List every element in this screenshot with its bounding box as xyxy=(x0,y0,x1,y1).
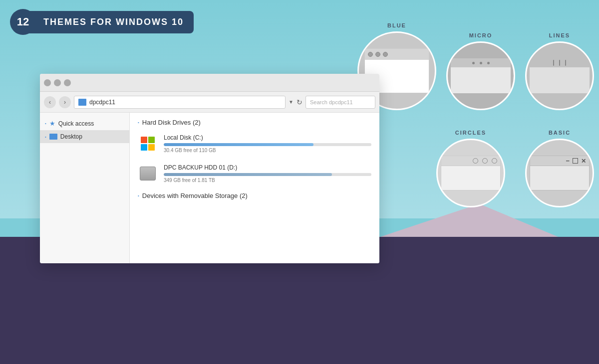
logo-number: 12 xyxy=(10,9,36,35)
drive-d-free: 349 GB free of 1.81 TB xyxy=(164,178,371,183)
removable-section-header: • Devices with Removable Storage (2) xyxy=(138,192,371,199)
window-close-button[interactable] xyxy=(64,79,71,86)
win-logo-q1 xyxy=(141,137,147,143)
theme-basic[interactable]: BASIC − ✕ xyxy=(525,130,594,207)
micro-dot-3 xyxy=(487,62,490,64)
line-v-1 xyxy=(553,60,554,66)
address-text: dpcdpc11 xyxy=(89,99,115,106)
drive-d-name: DPC BACKUP HDD 01 (D:) xyxy=(164,164,371,171)
theme-row-2: CIRCLES BASIC − ✕ xyxy=(436,130,594,207)
micro-dot-1 xyxy=(472,62,475,64)
basic-btn-minimize: − xyxy=(566,158,570,164)
drive-d-progress-fill xyxy=(164,173,332,176)
micro-dot-2 xyxy=(480,62,482,64)
drive-local-c[interactable]: Local Disk (C:) 30.4 GB free of 110 GB xyxy=(138,132,371,155)
search-placeholder: Search dpcdpc11 xyxy=(310,99,353,105)
circle-o-3 xyxy=(492,158,497,164)
explorer-window: ‹ › dpcdpc11 ▼ ↻ Search dpcdpc11 • ★ Qui… xyxy=(40,74,379,263)
hdd-icon xyxy=(140,167,156,181)
search-bar[interactable]: Search dpcdpc11 xyxy=(305,96,375,109)
explorer-titlebar xyxy=(40,74,379,92)
drive-c-icon xyxy=(138,135,158,153)
win-logo-q4 xyxy=(148,144,155,151)
address-bar[interactable]: dpcdpc11 xyxy=(74,96,286,109)
desktop-label: Desktop xyxy=(60,133,82,140)
window-minimize-button[interactable] xyxy=(44,79,51,86)
line-v-2 xyxy=(559,60,560,66)
hdd-bullet: • xyxy=(138,120,139,125)
theme-micro-label: MICRO xyxy=(469,32,493,38)
basic-btn-close: ✕ xyxy=(581,158,586,165)
blue-btn-close xyxy=(383,52,388,57)
lines-chrome-preview xyxy=(530,58,590,93)
micro-body xyxy=(451,67,511,93)
refresh-button[interactable]: ↻ xyxy=(297,98,302,106)
basic-chrome-preview: − ✕ xyxy=(530,156,590,190)
drive-c-info: Local Disk (C:) 30.4 GB free of 110 GB xyxy=(164,134,371,153)
hdd-section-title: Hard Disk Drives (2) xyxy=(142,119,201,126)
explorer-main: • Hard Disk Drives (2) Local Disk (C:) xyxy=(130,113,379,263)
circle-o-2 xyxy=(482,158,488,164)
theme-lines-circle[interactable] xyxy=(525,41,594,110)
line-v-3 xyxy=(565,60,566,66)
circles-body xyxy=(441,166,500,190)
desktop-icon xyxy=(49,134,57,140)
blue-btn-min xyxy=(368,52,373,57)
blue-btn-max xyxy=(375,52,380,57)
theme-circles[interactable]: CIRCLES xyxy=(436,130,505,207)
sidebar-item-desktop[interactable]: • Desktop xyxy=(40,130,129,143)
theme-row-1: BLUE MICRO xyxy=(357,22,594,110)
lines-body xyxy=(530,67,590,93)
drive-c-progress-fill xyxy=(164,143,313,146)
drive-c-progress-bg xyxy=(164,143,371,146)
theme-basic-circle[interactable]: − ✕ xyxy=(525,139,594,207)
theme-blue-label: BLUE xyxy=(387,22,406,28)
window-maximize-button[interactable] xyxy=(54,79,61,86)
quick-access-bullet: • xyxy=(45,121,46,126)
drive-c-name: Local Disk (C:) xyxy=(164,134,371,141)
back-button[interactable]: ‹ xyxy=(44,96,56,108)
pc-icon xyxy=(78,99,86,106)
removable-section-title: Devices with Removable Storage (2) xyxy=(142,192,248,199)
hard-disk-section-header: • Hard Disk Drives (2) xyxy=(138,119,371,126)
removable-bullet: • xyxy=(138,193,139,198)
explorer-toolbar: ‹ › dpcdpc11 ▼ ↻ Search dpcdpc11 xyxy=(40,92,379,113)
theme-basic-label: BASIC xyxy=(549,130,571,136)
sidebar-item-quick-access[interactable]: • ★ Quick access xyxy=(40,117,129,130)
theme-lines-label: LINES xyxy=(549,32,570,38)
drive-d-progress-bg xyxy=(164,173,371,176)
theme-lines[interactable]: LINES xyxy=(525,32,594,110)
drive-d-info: DPC BACKUP HDD 01 (D:) 349 GB free of 1.… xyxy=(164,164,371,183)
drive-c-free: 30.4 GB free of 110 GB xyxy=(164,148,371,153)
logo-area: 12 THEMES FOR WINDOWS 10 xyxy=(10,9,194,35)
windows-logo-icon xyxy=(141,137,155,151)
star-icon: ★ xyxy=(49,120,55,127)
basic-body xyxy=(530,166,589,190)
circles-chrome-preview xyxy=(441,156,501,190)
drive-d-icon xyxy=(138,165,158,182)
theme-circles-label: CIRCLES xyxy=(455,130,486,136)
drive-dpc-d[interactable]: DPC BACKUP HDD 01 (D:) 349 GB free of 1.… xyxy=(138,162,371,185)
logo-title: THEMES FOR WINDOWS 10 xyxy=(28,11,194,33)
explorer-body: • ★ Quick access • Desktop • Hard Disk D… xyxy=(40,113,379,263)
explorer-sidebar: • ★ Quick access • Desktop xyxy=(40,113,130,263)
micro-chrome-preview xyxy=(451,58,511,93)
address-dropdown-arrow[interactable]: ▼ xyxy=(289,99,294,105)
theme-micro-circle[interactable] xyxy=(446,41,515,110)
forward-button[interactable]: › xyxy=(59,96,71,108)
circle-o-1 xyxy=(473,158,478,164)
basic-btn-maximize xyxy=(573,158,578,164)
quick-access-label: Quick access xyxy=(58,120,94,127)
theme-micro[interactable]: MICRO xyxy=(446,32,515,110)
win-logo-q2 xyxy=(148,137,155,143)
desktop-bullet: • xyxy=(45,135,46,139)
theme-circles-circle[interactable] xyxy=(436,139,505,207)
win-logo-q3 xyxy=(141,144,147,151)
